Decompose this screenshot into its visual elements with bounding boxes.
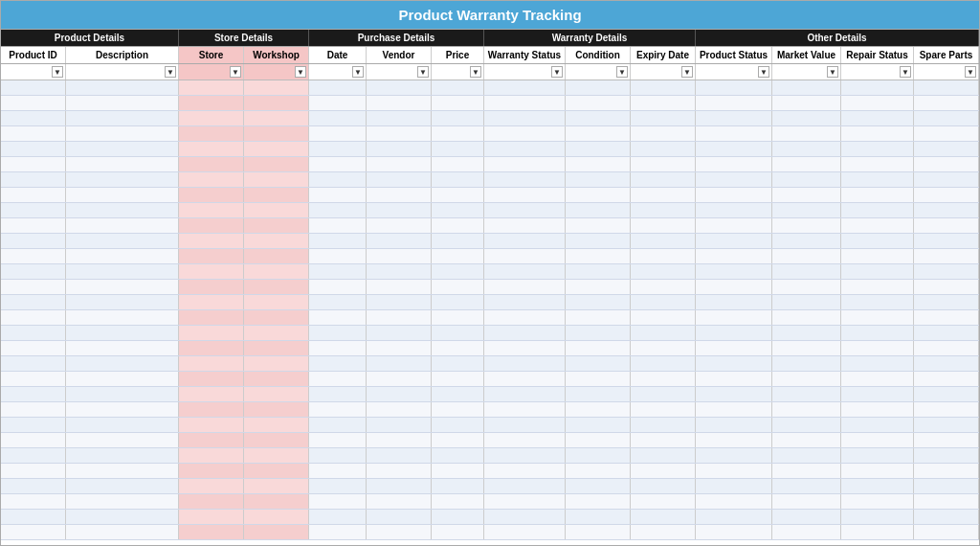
data-cell[interactable] — [484, 372, 566, 386]
data-cell[interactable] — [367, 172, 432, 187]
data-cell[interactable] — [244, 525, 309, 539]
data-cell[interactable] — [566, 142, 631, 156]
data-cell[interactable] — [484, 387, 566, 401]
data-cell[interactable] — [841, 387, 914, 401]
data-cell[interactable] — [484, 448, 566, 463]
data-cell[interactable] — [367, 402, 432, 417]
data-cell[interactable] — [309, 111, 367, 125]
data-cell[interactable] — [696, 295, 772, 309]
data-cell[interactable] — [484, 203, 566, 217]
data-cell[interactable] — [66, 448, 179, 463]
data-cell[interactable] — [841, 494, 914, 509]
data-cell[interactable] — [696, 525, 772, 539]
data-cell[interactable] — [367, 310, 432, 325]
data-cell[interactable] — [631, 387, 696, 401]
data-cell[interactable] — [914, 356, 979, 371]
data-cell[interactable] — [244, 448, 309, 463]
data-cell[interactable] — [772, 402, 841, 417]
data-cell[interactable] — [566, 494, 631, 509]
data-cell[interactable] — [244, 295, 309, 309]
data-cell[interactable] — [484, 126, 566, 141]
data-cell[interactable] — [66, 326, 179, 340]
data-cell[interactable] — [696, 172, 772, 187]
data-cell[interactable] — [179, 280, 244, 294]
data-cell[interactable] — [179, 172, 244, 187]
data-cell[interactable] — [484, 310, 566, 325]
filter-price[interactable]: ▼ — [432, 64, 484, 80]
data-cell[interactable] — [309, 203, 367, 217]
data-cell[interactable] — [841, 525, 914, 539]
data-cell[interactable] — [914, 126, 979, 141]
data-cell[interactable] — [367, 264, 432, 279]
data-cell[interactable] — [179, 188, 244, 202]
data-cell[interactable] — [367, 234, 432, 248]
data-cell[interactable] — [914, 418, 979, 432]
data-cell[interactable] — [841, 203, 914, 217]
data-cell[interactable] — [841, 418, 914, 432]
data-cell[interactable] — [914, 218, 979, 233]
data-cell[interactable] — [367, 203, 432, 217]
data-cell[interactable] — [66, 80, 179, 95]
data-cell[interactable] — [696, 142, 772, 156]
data-cell[interactable] — [66, 479, 179, 493]
data-cell[interactable] — [631, 310, 696, 325]
data-cell[interactable] — [1, 234, 66, 248]
data-cell[interactable] — [432, 326, 484, 340]
data-cell[interactable] — [696, 111, 772, 125]
data-cell[interactable] — [367, 188, 432, 202]
data-cell[interactable] — [841, 326, 914, 340]
data-cell[interactable] — [841, 172, 914, 187]
data-cell[interactable] — [1, 341, 66, 355]
data-cell[interactable] — [309, 356, 367, 371]
data-cell[interactable] — [432, 157, 484, 171]
data-cell[interactable] — [179, 387, 244, 401]
data-cell[interactable] — [914, 80, 979, 95]
data-cell[interactable] — [432, 510, 484, 524]
data-cell[interactable] — [367, 356, 432, 371]
filter-btn-spare-parts[interactable]: ▼ — [965, 66, 976, 78]
data-cell[interactable] — [179, 464, 244, 478]
data-cell[interactable] — [244, 142, 309, 156]
data-cell[interactable] — [1, 218, 66, 233]
data-cell[interactable] — [1, 464, 66, 478]
data-cell[interactable] — [66, 464, 179, 478]
data-cell[interactable] — [244, 510, 309, 524]
data-cell[interactable] — [772, 157, 841, 171]
table-row[interactable] — [1, 157, 979, 172]
data-cell[interactable] — [696, 402, 772, 417]
data-cell[interactable] — [179, 111, 244, 125]
table-row[interactable] — [1, 310, 979, 326]
data-cell[interactable] — [244, 464, 309, 478]
data-cell[interactable] — [566, 510, 631, 524]
data-cell[interactable] — [66, 310, 179, 325]
data-cell[interactable] — [432, 448, 484, 463]
data-cell[interactable] — [696, 188, 772, 202]
data-cell[interactable] — [432, 295, 484, 309]
data-cell[interactable] — [66, 341, 179, 355]
data-cell[interactable] — [566, 96, 631, 110]
data-cell[interactable] — [566, 433, 631, 447]
data-cell[interactable] — [772, 464, 841, 478]
data-cell[interactable] — [566, 479, 631, 493]
data-cell[interactable] — [914, 341, 979, 355]
data-cell[interactable] — [484, 510, 566, 524]
data-cell[interactable] — [1, 142, 66, 156]
data-cell[interactable] — [309, 341, 367, 355]
data-cell[interactable] — [1, 356, 66, 371]
data-cell[interactable] — [179, 157, 244, 171]
data-cell[interactable] — [914, 172, 979, 187]
table-row[interactable] — [1, 188, 979, 203]
data-cell[interactable] — [772, 280, 841, 294]
data-cell[interactable] — [309, 96, 367, 110]
filter-btn-price[interactable]: ▼ — [470, 66, 481, 78]
data-cell[interactable] — [309, 280, 367, 294]
data-cell[interactable] — [179, 326, 244, 340]
data-cell[interactable] — [914, 494, 979, 509]
data-cell[interactable] — [309, 479, 367, 493]
data-cell[interactable] — [309, 295, 367, 309]
data-cell[interactable] — [66, 387, 179, 401]
table-row[interactable] — [1, 142, 979, 157]
data-cell[interactable] — [484, 234, 566, 248]
data-cell[interactable] — [432, 96, 484, 110]
table-row[interactable] — [1, 387, 979, 402]
